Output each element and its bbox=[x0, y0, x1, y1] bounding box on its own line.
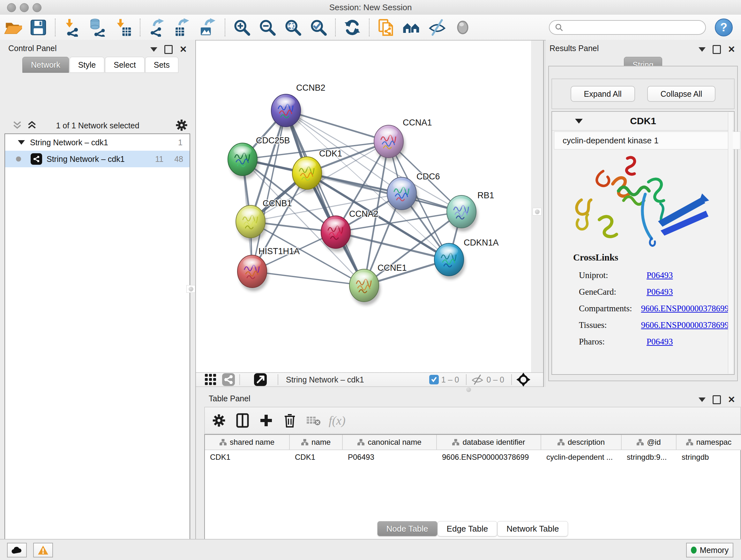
tab-select[interactable]: Select bbox=[105, 57, 144, 73]
warning-status-button[interactable] bbox=[33, 543, 53, 557]
zoom-out-icon[interactable] bbox=[258, 17, 277, 37]
zoom-selected-icon[interactable] bbox=[309, 17, 328, 37]
crosslink-link[interactable]: 9606.ENSP00000378699 bbox=[641, 320, 729, 330]
delete-column-trash-icon[interactable] bbox=[280, 411, 299, 430]
network-node-CCNA2[interactable] bbox=[321, 216, 352, 252]
import-network-file-icon[interactable] bbox=[62, 17, 82, 37]
birdseye-toggle-icon[interactable] bbox=[254, 373, 267, 386]
float-panel-icon[interactable] bbox=[164, 45, 173, 54]
network-row-selected[interactable]: String Network – cdk1 11 48 bbox=[5, 151, 190, 167]
network-canvas[interactable]: CCNB2CCNA1CDC25BCDK1CDC6RB1CCNB1CCNA2CDK… bbox=[196, 41, 531, 372]
collection-expander-icon[interactable] bbox=[18, 140, 25, 145]
network-node-CCNA1[interactable] bbox=[374, 125, 405, 161]
float-panel-icon[interactable] bbox=[713, 45, 721, 54]
cell-database-identifier[interactable]: 9606.ENSP00000378699 bbox=[437, 450, 541, 464]
column-header-description[interactable]: description bbox=[541, 435, 622, 449]
add-column-icon[interactable] bbox=[257, 411, 276, 430]
selected-nodes-checkbox[interactable] bbox=[429, 375, 439, 384]
column-header-database-identifier[interactable]: database identifier bbox=[437, 435, 541, 449]
crosslink-link[interactable]: P06493 bbox=[647, 337, 673, 347]
network-collection-row[interactable]: String Network – cdk1 1 bbox=[5, 134, 190, 151]
tab-network-table[interactable]: Network Table bbox=[497, 521, 568, 537]
float-panel-icon[interactable] bbox=[713, 395, 721, 404]
network-options-gear-icon[interactable] bbox=[175, 118, 188, 132]
collapse-panel-icon[interactable] bbox=[150, 47, 157, 52]
close-panel-icon[interactable]: ✕ bbox=[728, 46, 735, 53]
gene-section-header[interactable]: CDK1 bbox=[552, 112, 734, 131]
string-home-icon[interactable] bbox=[402, 17, 421, 37]
network-node-RB1[interactable] bbox=[447, 195, 478, 232]
search-field[interactable] bbox=[549, 20, 706, 35]
export-image-icon[interactable] bbox=[198, 17, 218, 37]
network-node-label-CCNB1: CCNB1 bbox=[263, 199, 292, 208]
horizontal-splitter[interactable] bbox=[196, 387, 741, 392]
open-session-icon[interactable] bbox=[3, 17, 23, 37]
table-options-gear-icon[interactable] bbox=[209, 411, 228, 430]
tab-network[interactable]: Network bbox=[22, 57, 69, 73]
import-network-database-icon[interactable] bbox=[88, 17, 108, 37]
left-splitter-handle[interactable] bbox=[186, 285, 195, 293]
minimize-window-button[interactable] bbox=[20, 3, 29, 12]
network-edge-CCNB2-CCNE1[interactable] bbox=[286, 111, 364, 286]
help-button[interactable]: ? bbox=[715, 18, 733, 37]
table-row[interactable]: CDK1CDK1P064939606.ENSP00000378699cyclin… bbox=[205, 450, 741, 464]
column-header-shared-name[interactable]: shared name bbox=[205, 435, 290, 449]
search-input[interactable] bbox=[563, 21, 705, 34]
network-node-CDC6[interactable] bbox=[387, 177, 418, 213]
results-scrollbar[interactable] bbox=[728, 112, 733, 374]
tab-sets[interactable]: Sets bbox=[145, 57, 179, 73]
network-node-HIST1H1A[interactable] bbox=[238, 255, 268, 291]
navigate-crosshair-icon[interactable] bbox=[516, 373, 530, 387]
grid-view-icon[interactable] bbox=[205, 374, 216, 385]
tab-node-table[interactable]: Node Table bbox=[377, 521, 437, 537]
network-share-view-icon[interactable] bbox=[222, 373, 235, 386]
close-panel-icon[interactable]: ✕ bbox=[180, 46, 187, 53]
tab-edge-table[interactable]: Edge Table bbox=[437, 521, 497, 537]
column-header-namespac[interactable]: namespac bbox=[677, 435, 741, 449]
hide-glyphs-icon[interactable] bbox=[427, 17, 447, 37]
crosslink-link[interactable]: P06493 bbox=[647, 287, 673, 297]
close-panel-icon[interactable]: ✕ bbox=[728, 396, 735, 403]
network-node-count: 11 bbox=[155, 154, 163, 164]
cell-description[interactable]: cyclin-dependent ... bbox=[541, 450, 622, 464]
cell-shared-name[interactable]: CDK1 bbox=[205, 450, 290, 464]
column-header-canonical-name[interactable]: canonical name bbox=[343, 435, 437, 449]
table-panel-title: Table Panel bbox=[209, 394, 251, 403]
export-table-icon[interactable] bbox=[173, 17, 192, 37]
zoom-fit-icon[interactable] bbox=[283, 17, 303, 37]
memory-button[interactable]: Memory bbox=[686, 543, 733, 557]
import-table-file-icon[interactable] bbox=[113, 17, 133, 37]
cell-name[interactable]: CDK1 bbox=[290, 450, 343, 464]
string-document-icon[interactable] bbox=[376, 17, 396, 37]
refresh-icon[interactable] bbox=[342, 17, 362, 37]
crosslink-link[interactable]: 9606.ENSP00000378699 bbox=[641, 304, 729, 314]
cell-namespac[interactable]: stringdb bbox=[677, 450, 741, 464]
show-glyphs-icon[interactable] bbox=[453, 17, 473, 37]
collapse-panel-icon[interactable] bbox=[698, 47, 705, 52]
network-node-CDK1[interactable] bbox=[292, 157, 323, 193]
close-window-button[interactable] bbox=[7, 3, 16, 12]
show-columns-icon[interactable] bbox=[233, 411, 252, 430]
collapse-all-button[interactable]: Collapse All bbox=[647, 86, 716, 102]
export-network-icon[interactable] bbox=[147, 17, 167, 37]
column-header--id[interactable]: @id bbox=[622, 435, 677, 449]
expand-all-button[interactable]: Expand All bbox=[570, 86, 635, 102]
crosslink-label: Compartments: bbox=[579, 304, 641, 314]
zoom-window-button[interactable] bbox=[32, 3, 42, 12]
network-node-CCNB2[interactable] bbox=[271, 94, 302, 130]
cell--id[interactable]: stringdb:9... bbox=[622, 450, 677, 464]
tab-style[interactable]: Style bbox=[70, 57, 105, 73]
network-node-CDC25B[interactable] bbox=[228, 143, 259, 179]
right-splitter-handle[interactable] bbox=[533, 208, 542, 215]
network-node-CDKN1A[interactable] bbox=[434, 243, 465, 279]
zoom-in-icon[interactable] bbox=[232, 17, 252, 37]
column-header-name[interactable]: name bbox=[290, 435, 343, 449]
save-session-icon[interactable] bbox=[28, 17, 48, 37]
cloud-status-button[interactable] bbox=[7, 543, 27, 557]
network-node-CCNE1[interactable] bbox=[349, 269, 381, 305]
collection-label: String Network – cdk1 bbox=[30, 138, 108, 147]
network-edge-HIST1H1A-CCNE1[interactable] bbox=[252, 271, 364, 286]
crosslink-link[interactable]: P06493 bbox=[647, 270, 673, 280]
cell-canonical-name[interactable]: P06493 bbox=[343, 450, 437, 464]
collapse-panel-icon[interactable] bbox=[698, 397, 705, 402]
